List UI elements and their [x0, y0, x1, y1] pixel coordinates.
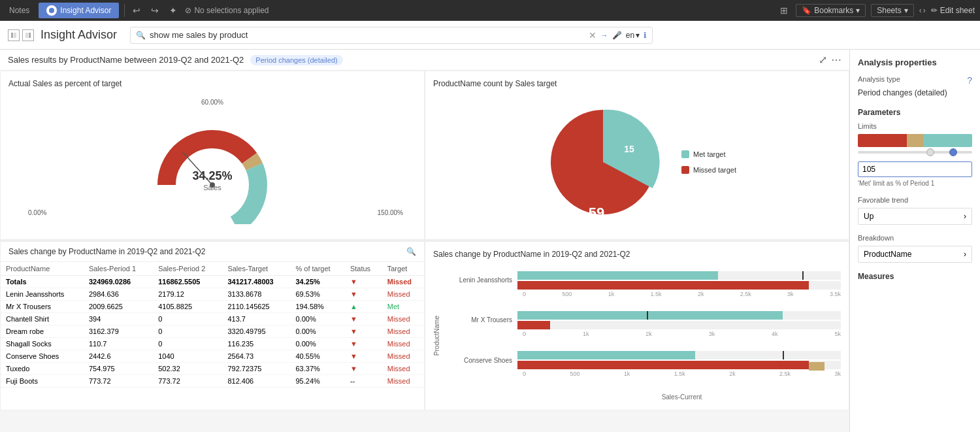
more-options-button[interactable]: ⋯ [831, 54, 841, 66]
slider-thumb-1[interactable] [926, 148, 934, 156]
bar-red-2 [517, 321, 550, 329]
fav-trend-dropdown[interactable]: Up › [858, 208, 972, 225]
table-row: Conserve Shoes 2442.6 1040 2564.73 40.55… [1, 350, 424, 363]
row-period2: 0 [153, 313, 222, 325]
col-target2: Target [382, 262, 424, 276]
table-search-icon[interactable]: 🔍 [406, 247, 416, 256]
row-trend: ▼ [345, 338, 382, 350]
next-arrow[interactable]: › [923, 6, 926, 15]
second-toolbar: Insight Advisor 🔍 ✕ → 🎤 en ▾ ℹ [0, 21, 980, 50]
period-badge[interactable]: Period changes (detailed) [250, 55, 342, 65]
pie-svg: 59 15 [538, 97, 668, 227]
undo-button[interactable]: ↩ [130, 4, 143, 17]
results-actions: ⤢ ⋯ [819, 54, 841, 66]
donut-chart: 60.00% 34.25% Sales [8, 93, 416, 224]
breakdown-chevron: › [964, 250, 966, 259]
help-icon[interactable]: ? [967, 75, 972, 86]
second-toolbar-title: Insight Advisor [41, 28, 117, 42]
donut-right-label: 150.00% [378, 209, 403, 216]
sheets-button[interactable]: Sheets ▾ [871, 4, 913, 17]
language-selector[interactable]: en ▾ [626, 31, 640, 40]
row-period1: 110.7 [84, 338, 153, 350]
missed-legend-label: Missed target [693, 166, 736, 174]
notes-button[interactable]: Notes [5, 5, 33, 16]
row-pct: 95.24% [290, 375, 344, 388]
magic-button[interactable]: ✦ [167, 4, 180, 17]
x-axis-label: Sales-Current [523, 393, 841, 401]
row-name: Conserve Shoes [1, 350, 84, 363]
mic-button[interactable]: 🎤 [612, 31, 622, 40]
row-period2: 502.32 [153, 363, 222, 375]
row-name: Lenin Jeansshorts [1, 288, 84, 301]
row-target: 413.7 [222, 313, 290, 325]
table-panel-title: Sales change by ProductName in 2019-Q2 a… [8, 247, 206, 256]
totals-row: Totals 324969.0286 116862.5505 341217.48… [1, 276, 424, 288]
bar-axis-3: 05001k1.5k2k2.5k3k [523, 371, 841, 377]
table-header-row: Sales change by ProductName in 2019-Q2 a… [1, 242, 424, 262]
info-button[interactable]: ℹ [644, 31, 647, 40]
row-name: Mr X Trousers [1, 301, 84, 313]
edit-sheet-button[interactable]: ✏ Edit sheet [931, 6, 975, 15]
table-wrapper: ProductName Sales-Period 1 Sales-Period … [1, 262, 424, 410]
grid-button[interactable]: ⊞ [777, 4, 791, 17]
bar-chart-content: ProductName Lenin Jeansshorts [433, 264, 841, 408]
breakdown-dropdown[interactable]: ProductName › [858, 246, 972, 263]
limits-green-segment [923, 134, 972, 147]
row-pct: 63.37% [290, 363, 344, 375]
bookmarks-button[interactable]: 🔖 Bookmarks ▾ [796, 4, 866, 17]
row-target: 792.72375 [222, 363, 290, 375]
met-legend-swatch [681, 150, 689, 158]
toggle-right-panel[interactable] [22, 29, 34, 41]
row-status: Missed [382, 375, 424, 388]
redo-button[interactable]: ↪ [148, 4, 161, 17]
row-pct: 0.00% [290, 325, 344, 338]
send-button[interactable]: → [600, 31, 608, 40]
fav-trend-value: Up [864, 212, 874, 221]
bar-label-3: Conserve Shoes [446, 357, 517, 364]
bar-row-3: Conserve Shoes [446, 351, 841, 377]
panel-title: Analysis properties [858, 58, 972, 67]
col-target: Sales-Target [222, 262, 290, 276]
top-toolbar: Notes Insight Advisor ↩ ↪ ✦ ⊘ No selecti… [0, 0, 980, 21]
svg-rect-1 [11, 33, 13, 38]
row-pct: 69.53% [290, 288, 344, 301]
met-legend-label: Met target [693, 150, 726, 158]
totals-period2: 116862.5505 [153, 276, 222, 288]
row-period2: 1040 [153, 350, 222, 363]
pie-chart-panel: ProductName count by Sales target 59 15 [425, 71, 849, 240]
no-selections-icon: ⊘ [185, 6, 191, 15]
donut-top-label: 60.00% [201, 99, 223, 106]
donut-svg: 34.25% Sales [140, 93, 284, 224]
toggle-left-panel[interactable] [8, 29, 20, 41]
row-trend: ▼ [345, 350, 382, 363]
row-target: 2564.73 [222, 350, 290, 363]
bookmarks-chevron: ▾ [856, 6, 860, 15]
pie-chart-title: ProductName count by Sales target [433, 79, 841, 88]
insight-advisor-tab[interactable]: Insight Advisor [39, 3, 119, 18]
bar-row-2: Mr X Trousers [446, 311, 841, 337]
limits-red-segment [858, 134, 907, 147]
row-target: 3133.8678 [222, 288, 290, 301]
edit-icon: ✏ [931, 6, 938, 15]
row-trend: ▼ [345, 325, 382, 338]
slider-thumb-2[interactable] [949, 148, 957, 156]
right-panel: Analysis properties Analysis type ? Peri… [849, 50, 980, 432]
totals-name: Totals [1, 276, 84, 288]
search-input[interactable] [150, 30, 585, 40]
limit-input[interactable] [858, 161, 972, 177]
table-row: Shagall Socks 110.7 0 116.235 0.00% ▼ Mi… [1, 338, 424, 350]
row-status: Missed [382, 313, 424, 325]
donut-chart-panel: Actual Sales as percent of target 60.00%… [0, 71, 425, 240]
svg-text:15: 15 [624, 144, 634, 154]
y-axis-wrapper: ProductName [433, 264, 443, 408]
sales-table-panel: Sales change by ProductName in 2019-Q2 a… [0, 241, 425, 410]
col-pct: % of target [290, 262, 344, 276]
prev-arrow[interactable]: ‹ [919, 6, 922, 15]
clear-button[interactable]: ✕ [589, 30, 596, 41]
expand-button[interactable]: ⤢ [819, 54, 827, 66]
row-pct: 0.00% [290, 313, 344, 325]
svg-point-0 [49, 8, 54, 13]
bar-group-1 [517, 271, 841, 290]
svg-text:59: 59 [589, 205, 604, 221]
bookmark-icon: 🔖 [802, 6, 811, 15]
